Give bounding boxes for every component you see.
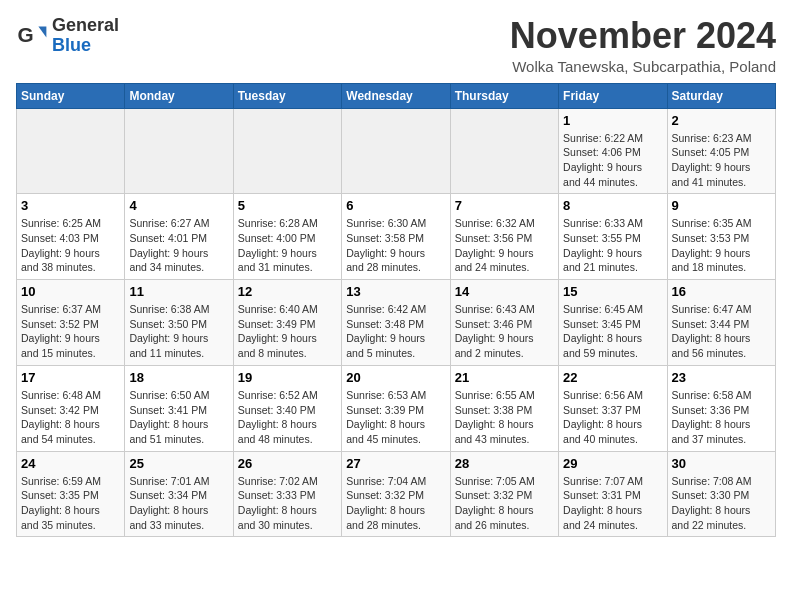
day-info: Sunrise: 6:25 AM Sunset: 4:03 PM Dayligh… — [21, 216, 120, 275]
logo-blue-text: Blue — [52, 36, 119, 56]
day-number: 6 — [346, 198, 445, 213]
day-info: Sunrise: 6:42 AM Sunset: 3:48 PM Dayligh… — [346, 302, 445, 361]
day-info: Sunrise: 6:48 AM Sunset: 3:42 PM Dayligh… — [21, 388, 120, 447]
calendar-cell: 13Sunrise: 6:42 AM Sunset: 3:48 PM Dayli… — [342, 280, 450, 366]
day-info: Sunrise: 6:37 AM Sunset: 3:52 PM Dayligh… — [21, 302, 120, 361]
calendar-cell: 22Sunrise: 6:56 AM Sunset: 3:37 PM Dayli… — [559, 365, 667, 451]
calendar-cell: 4Sunrise: 6:27 AM Sunset: 4:01 PM Daylig… — [125, 194, 233, 280]
title-block: November 2024 Wolka Tanewska, Subcarpath… — [510, 16, 776, 75]
day-info: Sunrise: 7:07 AM Sunset: 3:31 PM Dayligh… — [563, 474, 662, 533]
calendar-cell: 24Sunrise: 6:59 AM Sunset: 3:35 PM Dayli… — [17, 451, 125, 537]
calendar-cell: 27Sunrise: 7:04 AM Sunset: 3:32 PM Dayli… — [342, 451, 450, 537]
calendar-cell: 11Sunrise: 6:38 AM Sunset: 3:50 PM Dayli… — [125, 280, 233, 366]
weekday-header-wednesday: Wednesday — [342, 83, 450, 108]
calendar-cell: 30Sunrise: 7:08 AM Sunset: 3:30 PM Dayli… — [667, 451, 775, 537]
day-info: Sunrise: 6:30 AM Sunset: 3:58 PM Dayligh… — [346, 216, 445, 275]
day-info: Sunrise: 6:33 AM Sunset: 3:55 PM Dayligh… — [563, 216, 662, 275]
day-number: 29 — [563, 456, 662, 471]
month-title: November 2024 — [510, 16, 776, 56]
week-row-3: 10Sunrise: 6:37 AM Sunset: 3:52 PM Dayli… — [17, 280, 776, 366]
weekday-header-tuesday: Tuesday — [233, 83, 341, 108]
weekday-header-friday: Friday — [559, 83, 667, 108]
calendar-cell: 25Sunrise: 7:01 AM Sunset: 3:34 PM Dayli… — [125, 451, 233, 537]
calendar-cell: 2Sunrise: 6:23 AM Sunset: 4:05 PM Daylig… — [667, 108, 775, 194]
day-number: 28 — [455, 456, 554, 471]
day-info: Sunrise: 6:32 AM Sunset: 3:56 PM Dayligh… — [455, 216, 554, 275]
day-number: 5 — [238, 198, 337, 213]
day-number: 10 — [21, 284, 120, 299]
calendar-cell: 5Sunrise: 6:28 AM Sunset: 4:00 PM Daylig… — [233, 194, 341, 280]
calendar-cell: 9Sunrise: 6:35 AM Sunset: 3:53 PM Daylig… — [667, 194, 775, 280]
day-info: Sunrise: 6:53 AM Sunset: 3:39 PM Dayligh… — [346, 388, 445, 447]
calendar-cell: 23Sunrise: 6:58 AM Sunset: 3:36 PM Dayli… — [667, 365, 775, 451]
weekday-header-monday: Monday — [125, 83, 233, 108]
week-row-4: 17Sunrise: 6:48 AM Sunset: 3:42 PM Dayli… — [17, 365, 776, 451]
day-number: 24 — [21, 456, 120, 471]
day-info: Sunrise: 6:43 AM Sunset: 3:46 PM Dayligh… — [455, 302, 554, 361]
day-number: 27 — [346, 456, 445, 471]
day-number: 19 — [238, 370, 337, 385]
calendar-cell: 17Sunrise: 6:48 AM Sunset: 3:42 PM Dayli… — [17, 365, 125, 451]
day-number: 3 — [21, 198, 120, 213]
svg-text:G: G — [18, 23, 34, 46]
calendar-cell: 26Sunrise: 7:02 AM Sunset: 3:33 PM Dayli… — [233, 451, 341, 537]
calendar-cell: 6Sunrise: 6:30 AM Sunset: 3:58 PM Daylig… — [342, 194, 450, 280]
day-info: Sunrise: 6:27 AM Sunset: 4:01 PM Dayligh… — [129, 216, 228, 275]
day-number: 9 — [672, 198, 771, 213]
day-number: 8 — [563, 198, 662, 213]
day-number: 17 — [21, 370, 120, 385]
svg-marker-1 — [38, 26, 46, 37]
weekday-header-thursday: Thursday — [450, 83, 558, 108]
day-info: Sunrise: 7:04 AM Sunset: 3:32 PM Dayligh… — [346, 474, 445, 533]
logo: G General Blue — [16, 16, 119, 56]
day-info: Sunrise: 6:22 AM Sunset: 4:06 PM Dayligh… — [563, 131, 662, 190]
day-info: Sunrise: 7:01 AM Sunset: 3:34 PM Dayligh… — [129, 474, 228, 533]
day-number: 15 — [563, 284, 662, 299]
calendar-cell: 16Sunrise: 6:47 AM Sunset: 3:44 PM Dayli… — [667, 280, 775, 366]
day-info: Sunrise: 6:35 AM Sunset: 3:53 PM Dayligh… — [672, 216, 771, 275]
location: Wolka Tanewska, Subcarpathia, Poland — [510, 58, 776, 75]
day-info: Sunrise: 6:28 AM Sunset: 4:00 PM Dayligh… — [238, 216, 337, 275]
calendar-cell: 3Sunrise: 6:25 AM Sunset: 4:03 PM Daylig… — [17, 194, 125, 280]
calendar-cell — [233, 108, 341, 194]
logo-general-text: General — [52, 16, 119, 36]
calendar-cell — [342, 108, 450, 194]
calendar-cell: 15Sunrise: 6:45 AM Sunset: 3:45 PM Dayli… — [559, 280, 667, 366]
day-number: 11 — [129, 284, 228, 299]
calendar-cell: 20Sunrise: 6:53 AM Sunset: 3:39 PM Dayli… — [342, 365, 450, 451]
day-info: Sunrise: 6:59 AM Sunset: 3:35 PM Dayligh… — [21, 474, 120, 533]
day-info: Sunrise: 6:23 AM Sunset: 4:05 PM Dayligh… — [672, 131, 771, 190]
week-row-1: 1Sunrise: 6:22 AM Sunset: 4:06 PM Daylig… — [17, 108, 776, 194]
day-info: Sunrise: 7:05 AM Sunset: 3:32 PM Dayligh… — [455, 474, 554, 533]
day-number: 30 — [672, 456, 771, 471]
calendar-cell: 1Sunrise: 6:22 AM Sunset: 4:06 PM Daylig… — [559, 108, 667, 194]
day-info: Sunrise: 6:55 AM Sunset: 3:38 PM Dayligh… — [455, 388, 554, 447]
day-number: 13 — [346, 284, 445, 299]
weekday-header-row: SundayMondayTuesdayWednesdayThursdayFrid… — [17, 83, 776, 108]
calendar-cell: 14Sunrise: 6:43 AM Sunset: 3:46 PM Dayli… — [450, 280, 558, 366]
day-info: Sunrise: 7:02 AM Sunset: 3:33 PM Dayligh… — [238, 474, 337, 533]
calendar-cell: 21Sunrise: 6:55 AM Sunset: 3:38 PM Dayli… — [450, 365, 558, 451]
day-info: Sunrise: 6:58 AM Sunset: 3:36 PM Dayligh… — [672, 388, 771, 447]
day-info: Sunrise: 6:52 AM Sunset: 3:40 PM Dayligh… — [238, 388, 337, 447]
week-row-5: 24Sunrise: 6:59 AM Sunset: 3:35 PM Dayli… — [17, 451, 776, 537]
calendar-cell: 28Sunrise: 7:05 AM Sunset: 3:32 PM Dayli… — [450, 451, 558, 537]
calendar-cell: 29Sunrise: 7:07 AM Sunset: 3:31 PM Dayli… — [559, 451, 667, 537]
day-number: 4 — [129, 198, 228, 213]
day-number: 2 — [672, 113, 771, 128]
weekday-header-saturday: Saturday — [667, 83, 775, 108]
day-info: Sunrise: 7:08 AM Sunset: 3:30 PM Dayligh… — [672, 474, 771, 533]
calendar-cell — [125, 108, 233, 194]
week-row-2: 3Sunrise: 6:25 AM Sunset: 4:03 PM Daylig… — [17, 194, 776, 280]
day-number: 14 — [455, 284, 554, 299]
day-number: 12 — [238, 284, 337, 299]
day-info: Sunrise: 6:47 AM Sunset: 3:44 PM Dayligh… — [672, 302, 771, 361]
day-info: Sunrise: 6:40 AM Sunset: 3:49 PM Dayligh… — [238, 302, 337, 361]
day-number: 22 — [563, 370, 662, 385]
day-number: 23 — [672, 370, 771, 385]
logo-icon: G — [16, 20, 48, 52]
day-number: 21 — [455, 370, 554, 385]
calendar-cell: 10Sunrise: 6:37 AM Sunset: 3:52 PM Dayli… — [17, 280, 125, 366]
calendar-cell — [450, 108, 558, 194]
day-info: Sunrise: 6:38 AM Sunset: 3:50 PM Dayligh… — [129, 302, 228, 361]
